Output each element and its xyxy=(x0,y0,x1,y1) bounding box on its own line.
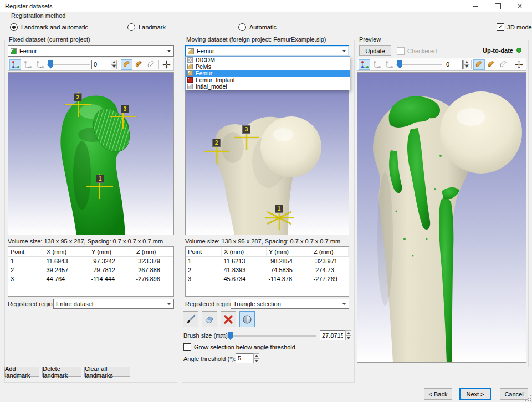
view-3d-button[interactable] xyxy=(359,59,370,70)
svg-text:x: x xyxy=(389,65,391,69)
grow-selection-checkbox[interactable]: Grow selection below angle threshold xyxy=(183,343,295,351)
shading-solid-button[interactable] xyxy=(473,59,485,70)
radio-landmark[interactable]: Landmark xyxy=(127,23,166,31)
axes-xz-icon: z xyxy=(23,60,32,69)
dropdown-option-femur[interactable]: Femur xyxy=(186,70,350,77)
spin-down-button[interactable] xyxy=(345,335,351,340)
slider-thumb[interactable] xyxy=(397,60,402,69)
window-title: Register datasets xyxy=(5,3,53,9)
view-yx-button[interactable]: x xyxy=(34,59,45,70)
slice-value-input[interactable] xyxy=(91,60,110,69)
pan-button[interactable] xyxy=(513,59,525,70)
resize-grip[interactable] xyxy=(525,395,531,401)
maximize-button[interactable] xyxy=(487,0,509,12)
paint-selection-button[interactable] xyxy=(183,311,198,327)
up-to-date-dot xyxy=(516,48,521,53)
table-row[interactable]: 239.2457-79.7812-267.888 xyxy=(8,266,173,274)
dropdown-option-femur-implant[interactable]: Femur_Implant xyxy=(186,77,350,83)
fixed-dataset-value: Femur xyxy=(19,48,37,54)
spin-down-button[interactable] xyxy=(463,64,469,69)
next-button[interactable]: Next > xyxy=(459,388,491,400)
shading-textured-button[interactable] xyxy=(133,59,145,70)
spin-down-button[interactable] xyxy=(111,64,117,69)
dropdown-option-pelvis[interactable]: Pelvis xyxy=(186,63,350,70)
checkbox-icon xyxy=(183,343,191,351)
table-row[interactable]: 241.8393-74.5835-274.73 xyxy=(186,266,349,274)
fixed-dataset-header: Fixed dataset (current project) xyxy=(7,36,93,43)
table-row[interactable]: 111.6213-98.2854-323.971 xyxy=(186,257,349,266)
clear-selection-button[interactable] xyxy=(221,311,236,327)
surface-solid-icon xyxy=(122,60,131,68)
radio-landmark-and-automatic[interactable]: Landmark and automatic xyxy=(10,23,88,31)
update-button[interactable]: Update xyxy=(359,45,391,56)
radio-icon xyxy=(10,23,18,31)
moving-3d-view[interactable]: 2 3 1 xyxy=(185,72,349,235)
back-button[interactable]: < Back xyxy=(424,388,452,400)
spin-down-button[interactable] xyxy=(253,358,259,363)
dataset-icon-femur xyxy=(187,70,193,76)
slider-track[interactable] xyxy=(396,64,442,65)
slice-slider[interactable] xyxy=(395,59,443,70)
brush-size-input[interactable] xyxy=(320,330,345,340)
moving-registered-region-select[interactable]: Triangle selection xyxy=(231,299,349,309)
shading-textured-button[interactable] xyxy=(485,59,497,70)
minimize-button[interactable] xyxy=(464,0,487,12)
chevron-down-icon xyxy=(342,303,346,305)
minimize-icon xyxy=(473,6,478,7)
fixed-dataset-select[interactable]: Femur xyxy=(8,45,174,57)
moving-registered-region-label: Registered region: xyxy=(185,301,235,307)
axes-yx-icon: x xyxy=(35,60,44,69)
table-row[interactable]: 111.6943-97.3242-323.379 xyxy=(8,257,173,266)
sphere-brush-toggle[interactable] xyxy=(239,311,255,327)
shading-wireframe-button[interactable] xyxy=(145,59,157,70)
svg-text:z: z xyxy=(28,65,29,69)
spin-up-button[interactable] xyxy=(111,60,117,65)
slice-slider[interactable] xyxy=(46,59,91,70)
pan-move-icon xyxy=(515,60,523,69)
shading-solid-button[interactable] xyxy=(121,59,132,70)
slider-track[interactable] xyxy=(220,335,316,337)
view-yx-button[interactable]: x xyxy=(383,59,395,70)
view-xz-button[interactable]: z xyxy=(371,59,382,70)
angle-threshold-input[interactable] xyxy=(236,353,253,363)
table-row[interactable]: 345.6734-114.378-277.269 xyxy=(186,274,349,283)
fixed-3d-view[interactable]: 2 3 1 xyxy=(8,72,174,235)
add-landmark-button[interactable]: Add landmark xyxy=(4,367,39,377)
cancel-button[interactable]: Cancel xyxy=(500,388,528,400)
shading-wireframe-button[interactable] xyxy=(498,59,509,70)
axes-3d-icon xyxy=(360,60,369,69)
mode-3d-checkbox[interactable]: ✓ 3D mode xyxy=(497,23,532,31)
landmark-label: 3 xyxy=(121,105,129,113)
dropdown-option-dicom[interactable]: DICOM xyxy=(186,57,350,63)
fixed-volume-info: Volume size: 138 x 95 x 287, Spacing: 0.… xyxy=(8,238,163,245)
fixed-femur-render xyxy=(8,73,173,235)
fixed-registered-region-select[interactable]: Entire dataset xyxy=(53,299,174,309)
spin-up-button[interactable] xyxy=(253,353,259,358)
view-xz-button[interactable]: z xyxy=(22,59,33,70)
brush-size-slider[interactable] xyxy=(220,332,316,340)
sphere-icon xyxy=(242,314,253,325)
table-row[interactable]: 344.764-114.444-276.896 xyxy=(8,274,173,283)
chevron-down-icon xyxy=(167,50,171,52)
clear-all-landmarks-button[interactable]: Clear all landmarks xyxy=(84,367,130,377)
slider-track[interactable] xyxy=(47,64,90,65)
spin-up-button[interactable] xyxy=(345,330,351,335)
spin-up-button[interactable] xyxy=(463,60,469,65)
red-x-icon xyxy=(223,314,234,325)
erase-selection-button[interactable] xyxy=(202,311,217,327)
moving-dataset-select[interactable]: Femur xyxy=(185,45,349,57)
pan-button[interactable] xyxy=(161,59,172,70)
slider-thumb[interactable] xyxy=(48,60,53,69)
landmark-label: 2 xyxy=(212,139,221,147)
slice-value-input[interactable] xyxy=(444,60,463,69)
view-3d-button[interactable] xyxy=(9,59,21,70)
close-button[interactable]: ✕ xyxy=(509,0,531,12)
arrow-up-icon xyxy=(255,355,258,357)
delete-landmark-button[interactable]: Delete landmark xyxy=(42,367,81,377)
preview-3d-view[interactable] xyxy=(357,72,526,363)
dropdown-option-intial-model[interactable]: Intial_model xyxy=(186,83,350,90)
slider-thumb[interactable] xyxy=(228,332,233,340)
radio-automatic[interactable]: Automatic xyxy=(238,23,277,31)
fixed-registered-region-label: Registered region: xyxy=(8,301,58,307)
moving-point-table: Point X (mm) Y (mm) Z (mm) 111.6213-98.2… xyxy=(185,246,349,297)
